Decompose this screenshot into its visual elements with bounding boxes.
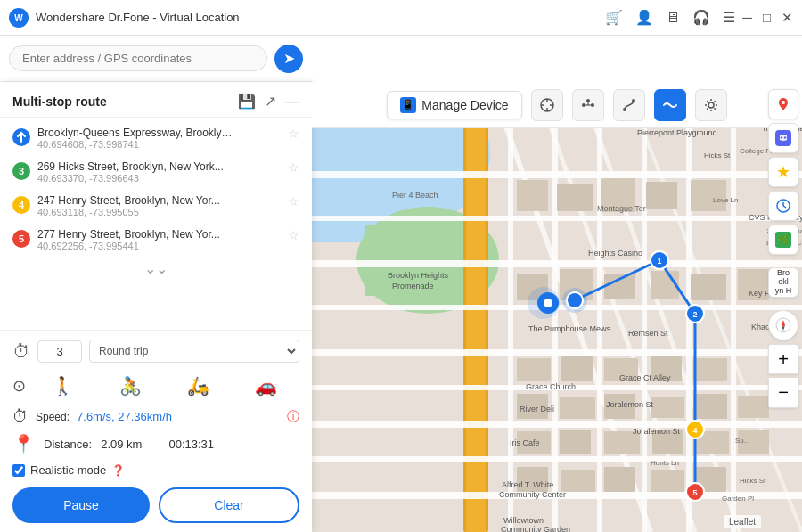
nodes-button[interactable] (572, 89, 604, 121)
wave-button[interactable] (654, 89, 686, 121)
svg-rect-45 (646, 182, 677, 209)
route-item-name-4: 277 Henry Street, Brooklyn, New Yor... (37, 228, 233, 241)
route-item-name-1: Brooklyn-Queens Expressway, Brooklyn, ..… (37, 127, 233, 139)
right-sidebar: ★ 🌿 Brooklyn H (765, 82, 802, 532)
pause-button[interactable]: Pause (12, 487, 150, 523)
svg-rect-61 (651, 397, 684, 418)
trip-type-select[interactable]: Round trip One-way Loop (89, 340, 299, 363)
compass-button[interactable] (768, 310, 798, 340)
zoom-out-button[interactable]: − (768, 378, 798, 408)
svg-rect-62 (693, 394, 727, 419)
clear-button[interactable]: Clear (159, 487, 299, 523)
svg-text:Su...: Su... (735, 437, 749, 445)
route-item-coords-4: 40.692256, -73.995441 (37, 241, 281, 251)
route-item-name-3: 247 Henry Street, Brooklyn, New Yor... (37, 194, 233, 207)
route-item-4[interactable]: 5 277 Henry Street, Brooklyn, New Yor...… (0, 223, 312, 257)
route-item-text-2: 269 Hicks Street, Brooklyn, New York... … (37, 160, 281, 184)
expand-list-icon[interactable]: ⌄⌄ (0, 257, 312, 281)
svg-rect-59 (560, 397, 595, 419)
route-item-2[interactable]: 3 269 Hicks Street, Brooklyn, New York..… (0, 155, 312, 189)
collapse-icon[interactable]: — (285, 94, 299, 110)
trip-count-input[interactable] (37, 340, 82, 363)
transport-row: ⊙ 🚶 🚴 🛵 🚗 (12, 372, 299, 400)
svg-text:Garden Pl: Garden Pl (722, 495, 754, 503)
route-item-coords-2: 40.693370, -73.996643 (37, 173, 281, 184)
user-icon[interactable]: 👤 (635, 9, 653, 26)
realistic-help-icon[interactable]: ❓ (111, 464, 125, 477)
leaflet-badge: Leaflet (724, 515, 761, 528)
menu-icon[interactable]: ☰ (723, 9, 735, 26)
route-badge-4: 5 (12, 230, 30, 248)
svg-text:The Pumphouse Mews: The Pumphouse Mews (528, 324, 611, 333)
route-item-first[interactable]: Brooklyn-Queens Expressway, Brooklyn, ..… (0, 121, 312, 155)
route-badge-3: 4 (12, 196, 30, 214)
settings-button[interactable] (695, 89, 727, 121)
go-button[interactable]: ➤ (274, 45, 303, 73)
search-input[interactable] (9, 45, 267, 71)
map-background: 1 2 4 5 Pier 4 Beach Brooklyn Heights Pr… (312, 82, 802, 532)
walk-icon[interactable]: 🚶 (48, 372, 78, 400)
route-button[interactable] (613, 89, 645, 121)
trip-controls: ⏱ Round trip One-way Loop (12, 340, 299, 363)
controls-area: ⏱ Round trip One-way Loop ⊙ 🚶 🚴 🛵 (0, 330, 312, 532)
manage-device-button[interactable]: 📱 Manage Device (387, 91, 521, 119)
favorite-icon-1[interactable]: ☆ (288, 127, 299, 141)
brooklyn-heights-button[interactable]: Brooklyn H (768, 267, 798, 298)
svg-rect-42 (517, 180, 548, 211)
svg-rect-73 (651, 470, 684, 492)
svg-text:Community Center: Community Center (499, 490, 566, 499)
export-icon[interactable]: ↗ (265, 93, 276, 110)
google-maps-button[interactable] (768, 89, 798, 119)
svg-text:W: W (14, 13, 23, 23)
monitor-icon[interactable]: 🖥 (666, 10, 680, 26)
distance-label: Distance: (44, 438, 92, 451)
minimize-button[interactable]: ─ (742, 10, 752, 25)
svg-rect-51 (691, 274, 726, 300)
svg-text:Heights Casino: Heights Casino (588, 249, 642, 258)
svg-text:Pierrepont Playground: Pierrepont Playground (637, 128, 717, 137)
svg-text:2: 2 (692, 310, 697, 319)
svg-point-121 (781, 136, 782, 138)
save-route-icon[interactable]: 💾 (238, 93, 256, 110)
crosshair-button[interactable] (531, 89, 563, 121)
svg-rect-35 (642, 82, 647, 532)
speed-row: ⏱ Speed: 7.6m/s, 27.36km/h ⓘ (12, 407, 299, 426)
favorite-icon-4[interactable]: ☆ (288, 228, 299, 242)
cart-icon[interactable]: 🛒 (605, 9, 623, 26)
close-button[interactable]: ✕ (782, 10, 793, 26)
speed-info-icon[interactable]: ⓘ (287, 409, 299, 425)
main-content: ➤ Multi-stop route 💾 ↗ — Broo (0, 36, 802, 532)
leaf-button[interactable]: 🌿 (768, 225, 798, 255)
map-area[interactable]: 1 2 4 5 Pier 4 Beach Brooklyn Heights Pr… (312, 82, 802, 532)
clock-button[interactable] (768, 191, 798, 221)
svg-point-119 (782, 101, 785, 104)
route-item-3[interactable]: 4 247 Henry Street, Brooklyn, New Yor...… (0, 189, 312, 223)
titlebar: W Wondershare Dr.Fone - Virtual Location… (0, 0, 802, 36)
speed-gauge-icon: ⏱ (12, 407, 29, 426)
favorite-icon-3[interactable]: ☆ (288, 194, 299, 209)
star-bookmark-button[interactable]: ★ (768, 157, 798, 187)
titlebar-icons: 🛒 👤 🖥 🎧 ☰ (605, 9, 735, 26)
bike-icon[interactable]: 🚴 (116, 372, 145, 400)
car-icon[interactable]: 🚗 (251, 372, 281, 400)
zoom-in-button[interactable]: + (768, 344, 798, 374)
svg-point-84 (567, 292, 583, 308)
manage-device-label: Manage Device (421, 98, 508, 112)
speed-value: 7.6m/s, 27.36km/h (77, 410, 172, 423)
transport-icons: 🚶 🚴 🛵 🚗 (29, 372, 299, 400)
realistic-mode-checkbox[interactable] (12, 464, 25, 477)
svg-text:Promenade: Promenade (392, 282, 434, 291)
svg-point-87 (544, 299, 552, 307)
discord-button[interactable] (768, 123, 798, 153)
scooter-icon[interactable]: 🛵 (184, 372, 213, 400)
svg-rect-54 (561, 356, 593, 381)
svg-text:Hicks St: Hicks St (740, 477, 766, 485)
maximize-button[interactable]: □ (763, 10, 771, 25)
svg-text:Remsen St: Remsen St (628, 329, 668, 338)
distance-value: 2.09 km (101, 438, 142, 451)
favorite-icon-2[interactable]: ☆ (288, 160, 299, 175)
map-svg: 1 2 4 5 Pier 4 Beach Brooklyn Heights Pr… (312, 82, 802, 532)
headset-icon[interactable]: 🎧 (692, 9, 710, 26)
svg-text:Grace Ct Alley: Grace Ct Alley (619, 373, 671, 382)
svg-text:Hunts Ln: Hunts Ln (651, 459, 679, 467)
